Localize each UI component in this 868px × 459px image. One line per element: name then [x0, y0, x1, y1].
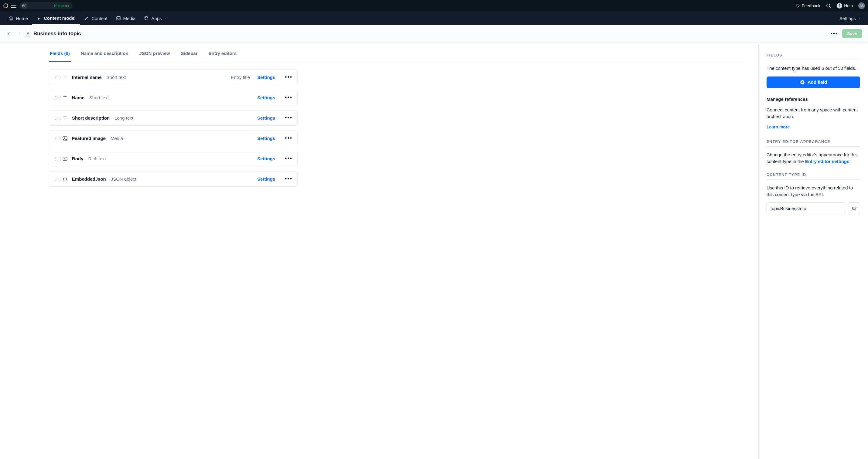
ctid-text: Use this ID to retrieve everything relat… [767, 185, 860, 198]
nav-settings[interactable]: Settings [836, 16, 864, 21]
svg-point-3 [56, 5, 57, 5]
text-type-icon [62, 75, 68, 80]
field-settings-link[interactable]: Settings [257, 136, 275, 141]
drag-handle-icon[interactable]: ⋮⋮ [54, 136, 58, 141]
sidebar-heading-fields: Fields [767, 53, 860, 60]
editor-appearance-text: Change the entry editor's appearance for… [767, 152, 860, 165]
search-button[interactable] [826, 3, 831, 8]
field-name: Body [72, 156, 84, 161]
field-row: ⋮⋮ Internal name Short text Entry title … [49, 69, 298, 85]
space-badge: BE [21, 3, 27, 9]
nav-content[interactable]: Content [80, 11, 112, 25]
field-name: Featured image [72, 136, 106, 141]
help-button[interactable]: ? Help [837, 3, 853, 8]
field-type: Long text [115, 116, 133, 121]
environment-pill[interactable]: BE master [20, 2, 72, 9]
drag-handle-icon[interactable]: ⋮⋮ [54, 75, 58, 80]
field-row: ⋮⋮ Name Short text Settings ••• [49, 90, 298, 105]
save-button[interactable]: Save [842, 29, 862, 38]
nav-content-model[interactable]: Content model [32, 11, 80, 25]
media-type-icon [62, 136, 68, 141]
tabs: Fields (6) Name and description JSON pre… [49, 45, 746, 62]
tab-sidebar[interactable]: Sidebar [180, 45, 198, 62]
field-settings-link[interactable]: Settings [257, 75, 275, 80]
menu-icon[interactable] [11, 3, 17, 8]
chevron-down-icon [858, 17, 861, 20]
field-row: ⋮⋮ Body Rich text Settings ••• [49, 151, 298, 166]
tab-json-preview[interactable]: JSON preview [138, 45, 171, 62]
learn-more-link[interactable]: Learn more [767, 125, 789, 129]
field-more-button[interactable]: ••• [285, 176, 292, 182]
field-type: Rich text [88, 156, 106, 161]
manage-references-heading: Manage references [767, 97, 860, 102]
back-arrow-icon[interactable] [6, 31, 11, 36]
nav-home[interactable]: Home [4, 11, 32, 25]
sidebar-panel: Fields The content type has used 6 out o… [759, 43, 868, 459]
svg-point-4 [827, 4, 830, 7]
sparkle-icon [796, 4, 800, 8]
field-row: ⋮⋮ EmbeddedJson JSON object Settings ••• [49, 171, 298, 187]
branch-label: master [54, 4, 69, 8]
breadcrumb-separator: / [19, 31, 20, 36]
drag-handle-icon[interactable]: ⋮⋮ [54, 177, 58, 182]
field-more-button[interactable]: ••• [285, 135, 292, 141]
sidebar-heading-ctid: Content type ID [767, 173, 860, 180]
entry-title-badge: Entry title [231, 75, 250, 80]
field-type: Short text [106, 75, 126, 80]
add-field-button[interactable]: Add field [767, 76, 860, 88]
sidebar-heading-editor: Entry editor appearance [767, 140, 860, 146]
fields-used-text: The content type has used 6 out of 50 fi… [767, 65, 860, 72]
field-more-button[interactable]: ••• [285, 74, 292, 80]
content-type-id-input[interactable] [767, 202, 845, 214]
workspace-topbar: BE master Feedback ? Help AS [0, 0, 868, 11]
richtext-type-icon [62, 156, 68, 162]
avatar[interactable]: AS [858, 2, 865, 9]
tab-fields[interactable]: Fields (6) [49, 45, 71, 62]
copy-id-button[interactable] [848, 202, 860, 214]
app-logo-icon[interactable] [3, 3, 8, 8]
drag-handle-icon[interactable]: ⋮⋮ [54, 95, 58, 100]
svg-rect-7 [63, 137, 67, 140]
field-more-button[interactable]: ••• [285, 156, 292, 162]
field-name: EmbeddedJson [72, 176, 106, 182]
svg-rect-11 [853, 208, 856, 210]
drag-handle-icon[interactable]: ⋮⋮ [54, 116, 58, 121]
field-type: Short text [89, 95, 109, 100]
content-type-chip: # Business info topic [25, 31, 81, 37]
home-icon [8, 16, 13, 21]
page-header: / # Business info topic ••• Save [0, 25, 868, 43]
field-settings-link[interactable]: Settings [257, 176, 275, 182]
field-settings-link[interactable]: Settings [257, 95, 275, 100]
nav-media[interactable]: Media [112, 11, 140, 25]
field-name: Short description [72, 116, 110, 121]
field-more-button[interactable]: ••• [285, 115, 292, 121]
drag-handle-icon[interactable]: ⋮⋮ [54, 156, 58, 161]
field-type: Media [111, 136, 123, 141]
field-type: JSON object [111, 176, 136, 182]
pen-icon [84, 16, 89, 21]
svg-point-6 [118, 18, 118, 18]
header-more-button[interactable]: ••• [830, 31, 838, 37]
field-more-button[interactable]: ••• [285, 94, 292, 101]
field-name: Name [72, 95, 85, 100]
field-row: ⋮⋮ Featured image Media Settings ••• [49, 131, 298, 146]
json-type-icon [62, 176, 68, 182]
text-type-icon [62, 95, 68, 100]
field-name: Internal name [72, 75, 102, 80]
field-settings-link[interactable]: Settings [257, 156, 275, 161]
wrench-icon [36, 15, 41, 20]
svg-point-2 [54, 6, 55, 7]
fields-list: ⋮⋮ Internal name Short text Entry title … [49, 69, 298, 187]
svg-point-8 [64, 137, 65, 138]
text-type-icon [62, 116, 68, 121]
field-settings-link[interactable]: Settings [257, 116, 275, 121]
nav-apps[interactable]: Apps [140, 11, 171, 25]
feedback-button[interactable]: Feedback [796, 3, 820, 8]
tab-entry-editors[interactable]: Entry editors [207, 45, 238, 62]
tab-name-description[interactable]: Name and description [80, 45, 130, 62]
field-row: ⋮⋮ Short description Long text Settings … [49, 110, 298, 126]
svg-rect-12 [852, 207, 855, 209]
help-icon: ? [837, 3, 842, 8]
entry-editor-settings-link[interactable]: Entry editor settings [805, 159, 849, 164]
search-icon [826, 3, 831, 8]
